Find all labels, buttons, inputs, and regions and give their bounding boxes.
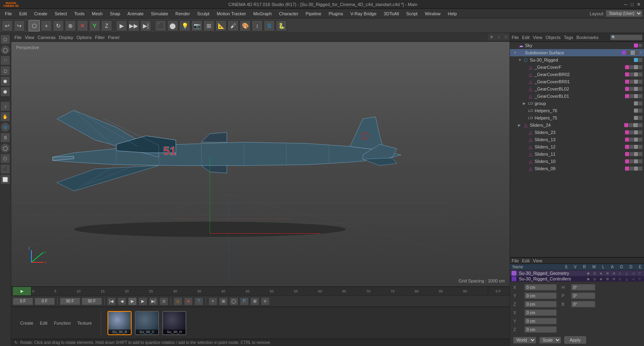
lt-points-btn[interactable]: ∷ <box>0 56 10 65</box>
am-layer-geometry[interactable]: Su-30_Rigged_Geometry ◉ ◎ ◈ ⊞ ⊟ ▷ △ ◁ ▽ <box>510 270 644 276</box>
am-layer-icon-9[interactable]: ▽ <box>637 270 642 276</box>
mat-texture[interactable]: Texture <box>75 320 94 326</box>
viewport-canvas[interactable]: Perspective <box>11 42 510 286</box>
lt-sculpt-btn[interactable]: ⬛ <box>0 164 10 174</box>
am-ctrl-icon-2[interactable]: ◎ <box>592 276 597 282</box>
play-btn[interactable]: ▶ <box>128 297 137 305</box>
om-item-gcbl02[interactable]: △ _GearCoverBL02 <box>510 85 644 93</box>
am-layer-icon-1[interactable]: ◉ <box>585 270 591 276</box>
scale-tool-btn[interactable]: ⊕ <box>65 20 76 31</box>
record-btn[interactable]: ⊙ <box>159 297 168 305</box>
vp-maximize-icon[interactable]: □ <box>502 33 510 40</box>
menu-snap[interactable]: Snap <box>107 10 124 17</box>
om-view[interactable]: View <box>533 35 543 40</box>
am-input-z[interactable] <box>524 301 557 307</box>
start-frame-input[interactable] <box>35 298 55 305</box>
am-ctrl-icon-7[interactable]: △ <box>624 276 630 282</box>
vp-view[interactable]: View <box>25 35 35 40</box>
lt-paint-btn[interactable]: ◯ <box>0 143 10 153</box>
menu-mesh[interactable]: Mesh <box>89 10 106 17</box>
end-frame-input-1[interactable] <box>60 298 80 305</box>
menu-tools[interactable]: Tools <box>71 10 88 17</box>
step-back-btn[interactable]: ◀ <box>118 297 126 305</box>
snap-p-btn[interactable]: P <box>240 297 249 305</box>
am-layer-icon-8[interactable]: ◁ <box>630 270 636 276</box>
keyframe-del-btn[interactable]: ⊗ <box>184 297 193 305</box>
om-item-s24[interactable]: ▶ △ Sliders_24 <box>510 122 644 129</box>
om-arrow-s24[interactable]: ▶ <box>518 123 523 127</box>
om-search[interactable] <box>610 35 642 40</box>
om-arrow-su30[interactable]: ▼ <box>518 58 523 62</box>
timeline[interactable]: ▶ 0 5 10 15 20 25 30 35 40 45 50 55 60 6… <box>11 286 510 295</box>
paint-btn[interactable]: 🎨 <box>239 20 251 31</box>
om-item-s11[interactable]: △ Sliders_11 <box>510 150 644 158</box>
brush-btn[interactable]: 🖌 <box>227 20 239 31</box>
am-input-b[interactable] <box>571 301 595 307</box>
snap-5-btn[interactable]: ≡ <box>261 297 270 305</box>
sphere-btn[interactable]: ⬤ <box>167 20 178 31</box>
am-input-x[interactable] <box>524 284 557 290</box>
am-ctrl-icon-9[interactable]: ▽ <box>637 276 642 282</box>
move-tool-btn[interactable]: + <box>41 20 52 31</box>
am-file[interactable]: File <box>512 258 519 263</box>
mat-function[interactable]: Function <box>52 320 73 326</box>
am-world-select[interactable]: World Object <box>513 337 536 344</box>
am-input-p[interactable] <box>571 292 595 299</box>
material-su30h[interactable]: Su_30_H <box>162 311 186 335</box>
snapping-btn[interactable]: + <box>208 297 217 305</box>
om-item-s09[interactable]: △ Sliders_09 <box>510 165 644 172</box>
menu-window[interactable]: Window <box>421 10 444 17</box>
vp-camera-icon[interactable]: ⊕ <box>488 33 495 40</box>
om-edit[interactable]: Edit <box>522 35 530 40</box>
om-item-s10[interactable]: △ Sliders_10 <box>510 158 644 165</box>
vp-display[interactable]: Display <box>59 35 73 40</box>
menu-render[interactable]: Render <box>172 10 193 17</box>
am-ctrl-icon-4[interactable]: ⊞ <box>605 276 610 282</box>
render-btn[interactable]: ▶▶ <box>128 20 139 31</box>
go-start-btn[interactable]: |◀ <box>107 297 116 305</box>
viewport[interactable]: File View Cameras Display Options Filter… <box>11 33 510 286</box>
camera-btn[interactable]: 📷 <box>191 20 202 31</box>
om-item-subdivision[interactable]: ▼ ⬡ Subdivision Surface ✓ <box>510 49 644 56</box>
vp-file[interactable]: File <box>14 35 22 40</box>
maximize-btn[interactable]: □ <box>631 2 634 7</box>
menu-select[interactable]: Select <box>52 10 70 17</box>
lt-model-btn[interactable]: ⬡ <box>0 35 10 44</box>
menu-edit[interactable]: Edit <box>16 10 30 17</box>
menu-animate[interactable]: Animate <box>124 10 147 17</box>
vp-panel[interactable]: Panel <box>108 35 119 40</box>
am-layer-controllers[interactable]: Su-30_Rigged_Controllers ◉ ◎ ◈ ⊞ ⊟ ▷ △ ◁… <box>510 276 644 282</box>
am-scale-select[interactable]: Scale <box>539 337 561 344</box>
am-layer-icon-7[interactable]: △ <box>624 270 630 276</box>
vp-cameras[interactable]: Cameras <box>37 35 56 40</box>
om-arrow-group[interactable]: ▶ <box>523 101 528 105</box>
layout-dropdown[interactable]: Startup (User) <box>606 10 642 17</box>
om-objects[interactable]: Objects <box>546 35 561 40</box>
am-layer-icon-2[interactable]: ◎ <box>592 270 597 276</box>
snap-grid-btn[interactable]: ⊞ <box>219 297 228 305</box>
menu-sculpt[interactable]: Sculpt <box>194 10 213 17</box>
menu-plugins[interactable]: Plugins <box>325 10 346 17</box>
om-item-gcbl01[interactable]: △ _GearCoverBL01 <box>510 93 644 100</box>
menu-simulate[interactable]: Simulate <box>148 10 171 17</box>
snap-4-btn[interactable]: ⊞ <box>250 297 259 305</box>
rotate-tool-btn[interactable]: ↻ <box>53 20 64 31</box>
om-item-group[interactable]: ▶ LO group <box>510 100 644 107</box>
om-item-gcbr02[interactable]: △ _GearCoverBR02 <box>510 71 644 78</box>
lt-texture-btn[interactable]: ◯ <box>0 45 10 55</box>
minimize-btn[interactable]: ─ <box>624 2 627 7</box>
lt-rotate-btn[interactable]: ⊙ <box>0 122 10 132</box>
am-ctrl-icon-6[interactable]: ▷ <box>617 276 623 282</box>
am-edit[interactable]: Edit <box>522 258 530 263</box>
am-view[interactable]: View <box>533 258 543 263</box>
lt-matrix-btn[interactable]: ⬜ <box>0 175 10 184</box>
lt-poly-btn[interactable]: ⬢ <box>0 76 10 86</box>
menu-pipeline[interactable]: Pipeline <box>302 10 324 17</box>
lt-uv-btn[interactable]: ⬟ <box>0 87 10 97</box>
am-layer-icon-6[interactable]: ▷ <box>617 270 623 276</box>
lt-move-btn[interactable]: ↕ <box>0 101 10 111</box>
am-ctrl-icon-1[interactable]: ◉ <box>585 276 591 282</box>
om-item-sky[interactable]: ☁ Sky <box>510 42 644 49</box>
om-item-s13[interactable]: △ Sliders_13 <box>510 136 644 143</box>
select-tool-btn[interactable]: ⬡ <box>29 20 40 31</box>
